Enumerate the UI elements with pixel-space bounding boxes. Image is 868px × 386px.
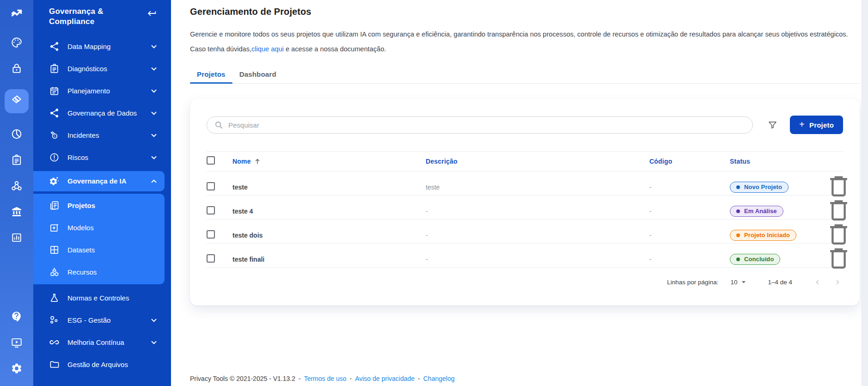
share-icon	[49, 108, 60, 118]
row-checkbox[interactable]	[207, 230, 215, 239]
sidebar-item-label: Riscos	[67, 153, 150, 161]
add-projeto-label: Projeto	[809, 121, 834, 129]
folder-icon	[49, 359, 60, 370]
sidebar-item-label: Recursos	[67, 268, 158, 276]
sort-ascending-icon	[254, 158, 261, 165]
sidebar-item-label: Diagnósticos	[67, 65, 150, 73]
sidebar-item-label: Governança de Dados	[67, 109, 150, 117]
next-page-button[interactable]	[832, 276, 843, 288]
add-projeto-button[interactable]: + Projeto	[790, 116, 843, 134]
status-badge: Em Análise	[730, 206, 783, 217]
sidebar-item-governanca-de-ia[interactable]: Governança de IA	[33, 171, 165, 191]
sidebar-item-melhoria-continua[interactable]: Melhoria Contínua	[33, 331, 171, 354]
webhook-icon[interactable]	[11, 180, 23, 192]
sidebar-item-datasets[interactable]: Datasets	[33, 239, 165, 261]
status-badge: Novo Projeto	[730, 182, 789, 193]
status-badge: Projeto Iniciado	[730, 230, 796, 241]
lock-icon[interactable]	[11, 62, 23, 74]
rows-per-page-select[interactable]: 10	[730, 277, 748, 287]
share-icon	[49, 41, 60, 52]
cell-nome: teste finali	[232, 256, 426, 263]
settings-gear-icon[interactable]	[11, 362, 23, 374]
sidebar-item-modelos[interactable]: Modelos	[33, 217, 165, 239]
governance-module-selected[interactable]	[5, 89, 29, 113]
rows-per-page-value: 10	[730, 279, 737, 286]
table-row[interactable]: teste 4 - - Em Análise	[207, 196, 843, 220]
column-header-descricao[interactable]: Descrição	[426, 158, 649, 165]
video-tutorial-icon[interactable]	[11, 337, 23, 349]
whistle-icon	[49, 130, 60, 141]
filter-icon[interactable]	[763, 116, 782, 134]
sidebar-item-governanca-de-dados[interactable]: Governança de Dados	[33, 102, 171, 124]
column-header-label: Nome	[232, 158, 251, 165]
status-label: Novo Projeto	[744, 184, 782, 190]
column-header-label: Descrição	[426, 158, 458, 165]
bubbles-icon	[49, 315, 60, 325]
select-all-checkbox[interactable]	[207, 156, 215, 165]
projects-table: Nome Descrição Código Status teste teste…	[207, 151, 843, 268]
delete-icon[interactable]	[824, 266, 853, 274]
cell-nome: teste 4	[232, 208, 426, 215]
tab-dashboard[interactable]: Dashboard	[232, 65, 283, 83]
chevron-down-icon	[150, 131, 158, 140]
sidebar-item-label: Normas e Controles	[67, 294, 158, 302]
row-checkbox[interactable]	[207, 254, 215, 263]
footer: Privacy Tools © 2021-2025 - V1.13.2 - Te…	[190, 375, 861, 382]
termos-de-uso-link[interactable]: Termos de uso	[304, 375, 347, 382]
clipboard-icon	[49, 63, 60, 74]
cell-codigo: -	[649, 256, 730, 263]
projects-card: + Projeto Nome Descrição Código Status	[190, 99, 860, 306]
column-header-nome[interactable]: Nome	[232, 158, 426, 165]
scrollbar[interactable]	[862, 0, 868, 386]
table-row[interactable]: teste teste - Novo Projeto	[207, 172, 843, 196]
cell-codigo: -	[649, 232, 730, 239]
table-row[interactable]: teste dois - - Projeto Iniciado	[207, 220, 843, 244]
documents-icon	[49, 200, 60, 211]
cell-nome: teste	[232, 184, 426, 191]
cell-descricao: -	[426, 232, 649, 239]
collapse-sidebar-icon[interactable]	[147, 8, 157, 18]
pie-chart-icon[interactable]	[11, 128, 23, 140]
calendar-icon	[49, 86, 60, 96]
cell-descricao: -	[426, 256, 649, 263]
chevron-down-icon	[150, 109, 158, 117]
search-input[interactable]	[228, 121, 745, 129]
sidebar-item-incidentes[interactable]: Incidentes	[33, 124, 171, 147]
infinity-icon	[49, 337, 60, 348]
clipboard-icon[interactable]	[11, 154, 23, 166]
aviso-de-privacidade-link[interactable]: Aviso de privacidade	[355, 375, 415, 382]
analytics-icon[interactable]	[11, 232, 23, 244]
palette-icon[interactable]	[11, 37, 23, 49]
sidebar-item-label: Modelos	[67, 224, 158, 232]
icon-rail	[0, 0, 33, 386]
column-header-status[interactable]: Status	[730, 158, 814, 165]
column-header-label: Código	[649, 158, 672, 165]
sidebar-item-recursos[interactable]: Recursos	[33, 261, 165, 283]
table-header-row: Nome Descrição Código Status	[207, 151, 843, 172]
help-icon[interactable]	[11, 311, 23, 323]
sidebar-item-gestao-de-arquivos[interactable]: Gestão de Arquivos	[33, 354, 171, 376]
sidebar-item-riscos[interactable]: Riscos	[33, 147, 171, 169]
clique-aqui-link[interactable]: clique aqui	[251, 45, 284, 53]
column-header-codigo[interactable]: Código	[649, 158, 730, 165]
sidebar-item-diagnosticos[interactable]: Diagnósticos	[33, 58, 171, 80]
sidebar-item-label: Melhoria Contínua	[67, 338, 150, 346]
bank-icon[interactable]	[11, 206, 23, 218]
row-checkbox[interactable]	[207, 206, 215, 214]
sidebar-item-normas-e-controles[interactable]: Normas e Controles	[33, 287, 171, 309]
flask-icon	[49, 293, 60, 303]
changelog-link[interactable]: Changelog	[423, 375, 455, 382]
previous-page-button[interactable]	[812, 276, 823, 288]
tab-projetos[interactable]: Projetos	[190, 65, 232, 83]
sidebar-item-planejamento[interactable]: Planejamento	[33, 80, 171, 102]
sidebar-item-data-mapping[interactable]: Data Mapping	[33, 36, 171, 58]
governanca-de-ia-submenu: Projetos Modelos Datasets	[33, 194, 165, 284]
handshake-icon	[10, 94, 23, 109]
tab-bar: Projetos Dashboard	[190, 65, 861, 84]
table-row[interactable]: teste finali - - Concluído	[207, 244, 843, 268]
row-checkbox[interactable]	[207, 182, 215, 190]
sidebar-title: Governança & Compliance	[49, 6, 147, 27]
cell-descricao: teste	[426, 184, 649, 191]
sidebar-item-projetos[interactable]: Projetos	[33, 195, 165, 217]
sidebar-item-esg-gestao[interactable]: ESG - Gestão	[33, 309, 171, 331]
